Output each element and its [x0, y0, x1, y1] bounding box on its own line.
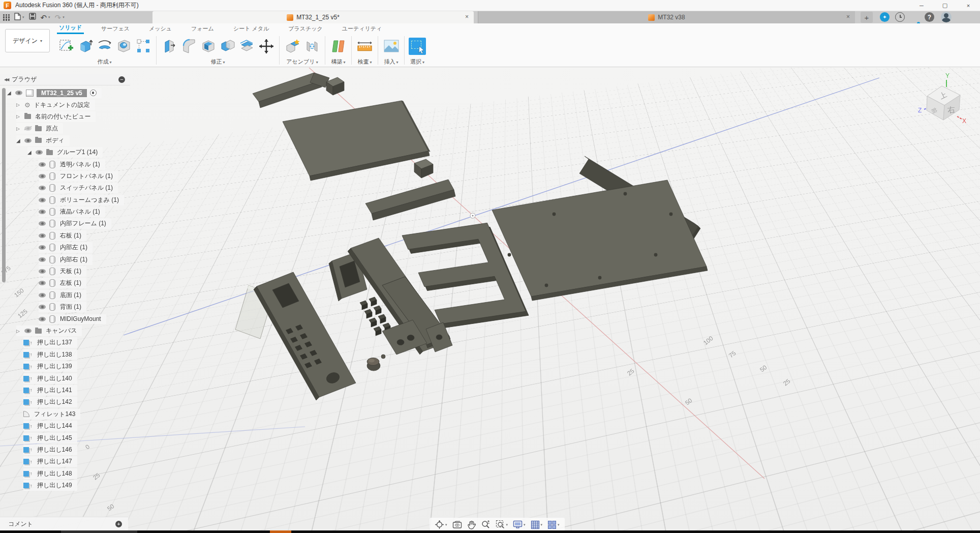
tab-close-icon[interactable]: × [465, 13, 469, 20]
visibility-eye-icon[interactable] [39, 174, 46, 179]
pan-icon[interactable] [467, 520, 476, 529]
offset-face-icon[interactable] [238, 36, 256, 56]
browser-tree-item[interactable]: スイッチパネル (1) [0, 182, 130, 194]
file-menu-icon[interactable] [14, 13, 21, 22]
browser-tree-item[interactable]: ↑押し出し145 [0, 432, 130, 443]
look-at-icon[interactable] [452, 521, 462, 529]
job-status-clock-icon[interactable] [895, 12, 905, 22]
fillet-icon[interactable] [180, 36, 198, 56]
move-copy-icon[interactable] [257, 36, 275, 56]
pattern-icon[interactable] [134, 36, 152, 56]
browser-tree-item[interactable]: ◢グループ1 (14) [0, 146, 130, 158]
new-component-icon[interactable] [284, 36, 301, 56]
3d-viewport[interactable]: 175150125025501007550252550 [0, 68, 980, 530]
browser-tree-item[interactable]: 底面 (1) [0, 289, 130, 301]
expand-arrow-icon[interactable]: ▷ [16, 114, 24, 119]
group-label-construct[interactable]: 構築 [331, 58, 345, 66]
expand-arrow-icon[interactable]: ◢ [7, 90, 15, 96]
zoom-icon[interactable] [481, 520, 491, 529]
browser-tree-item[interactable]: ↑押し出し137 [0, 337, 130, 348]
comments-bar[interactable]: コメント + [0, 517, 128, 530]
part-volume-knob[interactable] [367, 354, 385, 371]
ribbon-tab-サーフェス[interactable]: サーフェス [99, 25, 132, 34]
save-icon[interactable] [29, 13, 36, 22]
browser-tree-item[interactable]: ↑押し出し138 [0, 349, 130, 361]
browser-tree-item[interactable]: 透明パネル (1) [0, 158, 130, 170]
measure-icon[interactable] [356, 36, 374, 56]
visibility-eye-icon[interactable] [39, 221, 46, 226]
browser-tree-item[interactable]: ↑押し出し141 [0, 384, 130, 396]
browser-tree-item[interactable]: ↑押し出し144 [0, 420, 130, 432]
browser-tree-item[interactable]: 左板 (1) [0, 277, 130, 289]
ribbon-tab-メッシュ[interactable]: メッシュ [147, 25, 174, 34]
browser-tree-item[interactable]: ↑押し出し139 [0, 361, 130, 372]
undo-icon[interactable]: ↶ [41, 14, 47, 21]
combine-icon[interactable] [219, 36, 236, 56]
undo-caret-icon[interactable]: ▾ [48, 15, 50, 19]
browser-tree-item[interactable]: ↑押し出し146 [0, 444, 130, 456]
visibility-eye-icon[interactable] [39, 245, 46, 250]
browser-tree-item[interactable]: 右板 (1) [0, 230, 130, 242]
expand-arrow-icon[interactable]: ▷ [16, 126, 24, 131]
expand-arrow-icon[interactable]: ◢ [16, 138, 24, 143]
minimize-button[interactable]: ─ [910, 0, 933, 11]
hole-icon[interactable] [115, 36, 133, 56]
ribbon-tab-フォーム[interactable]: フォーム [189, 25, 216, 34]
orbit-icon[interactable]: ▾ [435, 520, 447, 529]
browser-tree-item[interactable]: ↑押し出し148 [0, 468, 130, 480]
close-button[interactable]: × [957, 0, 980, 11]
browser-tree-item[interactable]: ↑押し出し149 [0, 480, 130, 491]
visibility-eye-icon[interactable] [39, 305, 46, 309]
browser-tree-item[interactable]: ▷⚙ドキュメントの設定 [0, 99, 130, 110]
document-tab-active[interactable]: MT32_1_25 v5* × [152, 11, 474, 23]
expand-arrow-icon[interactable]: ◢ [27, 150, 36, 155]
part-small-block-2[interactable] [414, 159, 433, 178]
browser-tree-item[interactable]: 内部フレーム (1) [0, 218, 130, 229]
part-small-block-1[interactable] [326, 77, 344, 95]
exploded-model[interactable] [235, 73, 708, 400]
fit-view-icon[interactable]: ▾ [496, 520, 508, 529]
group-label-assemble[interactable]: アセンブリ [286, 58, 318, 66]
browser-tree-item[interactable]: 天板 (1) [0, 265, 130, 277]
visibility-eye-icon[interactable] [15, 91, 22, 95]
visibility-eye-icon[interactable] [24, 138, 32, 143]
visibility-eye-icon[interactable] [39, 317, 46, 321]
part-front-trim[interactable] [365, 180, 455, 220]
add-comment-icon[interactable]: + [115, 521, 122, 527]
document-tab-inactive[interactable]: MT32 v38 × [478, 11, 855, 23]
maximize-button[interactable]: ▢ [933, 0, 957, 11]
user-avatar[interactable] [941, 12, 952, 22]
browser-tree-item[interactable]: ◢ボディ [0, 135, 130, 146]
visibility-eye-icon[interactable] [24, 126, 32, 131]
help-icon[interactable]: ? [925, 12, 934, 22]
visibility-eye-icon[interactable] [39, 233, 46, 238]
grid-snap-icon[interactable]: ▾ [531, 520, 543, 529]
visibility-eye-icon[interactable] [24, 329, 32, 333]
ribbon-tab-プラスチック[interactable]: プラスチック [286, 25, 325, 34]
browser-scrollbar[interactable] [2, 88, 6, 282]
extensions-icon[interactable]: ✦ [880, 12, 890, 22]
browser-tree-item[interactable]: ボリュームつまみ (1) [0, 194, 130, 206]
visibility-eye-icon[interactable] [39, 293, 46, 298]
browser-tree-item[interactable]: ▷名前の付いたビュー [0, 111, 130, 123]
browser-tree-item[interactable]: ↑押し出し140 [0, 372, 130, 384]
browser-tree-item[interactable]: 内部右 (1) [0, 253, 130, 265]
group-label-select[interactable]: 選択 [410, 58, 424, 66]
browser-tree-item[interactable]: フィレット143 [0, 408, 130, 420]
select-tool-icon[interactable] [409, 38, 426, 55]
panel-display-toggle-icon[interactable]: − [118, 76, 125, 83]
browser-tree-item[interactable]: ↑押し出し142 [0, 396, 130, 408]
press-pull-icon[interactable] [161, 36, 178, 56]
workspace-dropdown[interactable]: デザイン▾ [5, 29, 50, 52]
activate-component-icon[interactable] [90, 90, 97, 96]
view-cube[interactable]: Y Z X 上 前 右 [909, 72, 975, 133]
browser-tree-item[interactable]: 液晶パネル (1) [0, 206, 130, 218]
joint-icon[interactable] [303, 36, 321, 56]
part-rear-rail[interactable] [253, 73, 329, 108]
browser-root-item[interactable]: ◢MT32_1_25 v5 [0, 87, 130, 99]
part-bottom-plate[interactable] [492, 180, 708, 301]
browser-tree-item[interactable]: フロントパネル (1) [0, 170, 130, 182]
visibility-eye-icon[interactable] [39, 281, 46, 285]
visibility-eye-icon[interactable] [39, 269, 46, 274]
browser-tree-item[interactable]: MIDIGuyMount [0, 313, 130, 324]
